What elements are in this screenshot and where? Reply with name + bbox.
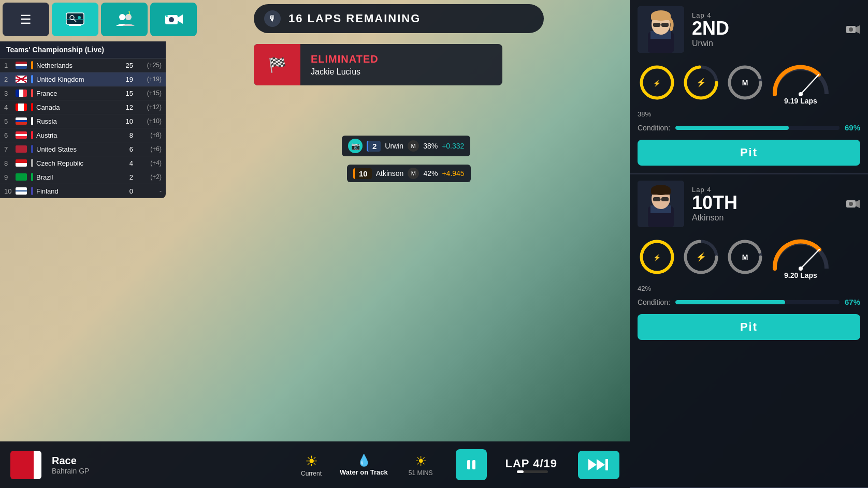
svg-point-12 [166, 15, 168, 17]
team-color-bar [31, 159, 33, 167]
weather-label: Current [301, 470, 322, 477]
championship-title: Teams' Championship (Live) [0, 41, 166, 58]
svg-marker-23 [856, 25, 860, 34]
driver2-camera-btn[interactable] [846, 181, 860, 227]
svg-point-4 [78, 16, 81, 19]
mins-label: 51 MINS [409, 469, 433, 477]
driver1-cam-icon: 📷 [348, 139, 363, 153]
team-flag-austria [16, 131, 27, 139]
team-delta-netherlands: (+25) [133, 62, 162, 69]
team-pos: 6 [4, 131, 16, 139]
driver1-laps-value: 9.19 Laps [784, 97, 817, 105]
driver2-motor-pct: 42% [423, 169, 438, 178]
driver2-number: 10 [353, 168, 372, 179]
svg-marker-62 [597, 459, 605, 470]
sun-icon2: ☀ [415, 453, 427, 469]
team-flag-finland [16, 187, 27, 195]
team-color-bar [31, 131, 33, 139]
svg-point-24 [849, 27, 853, 32]
team-pts-france: 15 [115, 90, 133, 97]
team-name-us: United States [36, 145, 115, 153]
team-flag-brazil [16, 173, 27, 181]
fast-forward-button[interactable] [578, 451, 619, 479]
driver1-speed-gauge: ⚡ [638, 63, 676, 102]
team-row-austria: 6 Austria 8 (+8) [0, 128, 166, 142]
team-name-brazil: Brazil [36, 173, 115, 181]
driver2-motor-label: 42% [638, 285, 651, 292]
team-pos: 2 [4, 76, 16, 83]
team-row-uk: 2 United Kingdom 19 (+19) [0, 72, 166, 86]
race-type: Race [52, 455, 89, 467]
driver1-energy-gauge: ⚡ [682, 63, 720, 102]
driver1-camera-btn[interactable] [846, 6, 860, 53]
svg-point-6 [119, 14, 125, 20]
driver1-pit-button[interactable]: Pit [638, 140, 860, 166]
team-color-bar [31, 173, 33, 181]
team-pts-russia: 10 [115, 117, 133, 125]
svg-rect-63 [605, 459, 608, 470]
svg-point-11 [169, 17, 174, 22]
team-name-canada: Canada [36, 103, 115, 111]
race-info: Race Bahrain GP [52, 455, 89, 475]
team-name-russia: Russia [36, 117, 115, 125]
svg-point-58 [799, 267, 803, 271]
driver2-name: Atkinson [692, 213, 838, 223]
bottom-bar: Race Bahrain GP ☀ Current 💧 Water on Tra… [0, 441, 630, 488]
team-flag-us [16, 145, 27, 153]
team-row-france: 3 France 15 (+15) [0, 86, 166, 100]
water-label: Water on Track [340, 468, 388, 476]
team-flag-france [16, 90, 27, 97]
driver2-motor-section: 42% [630, 284, 868, 295]
driver1-number: 2 [367, 141, 381, 152]
team-pos: 1 [4, 62, 16, 69]
driver1-condition-bar-bg [675, 126, 840, 130]
team-pts-canada: 12 [115, 103, 133, 111]
driver2-laps-gauge: 9.20 Laps [770, 238, 832, 279]
team-color-bar [31, 145, 33, 153]
driver1-card: Lap 4 2ND Urwin ⚡ [630, 0, 868, 174]
driver1-condition-label: Condition: [638, 124, 670, 132]
driver2-gap: +4.945 [442, 169, 464, 178]
svg-text:M: M [742, 79, 748, 87]
menu-button[interactable]: ☰ [3, 3, 49, 36]
svg-line-57 [801, 249, 819, 269]
svg-line-34 [801, 75, 819, 94]
driver2-condition-bar-fill [675, 300, 785, 304]
team-delta-russia: (+10) [133, 117, 162, 125]
driver2-tooltip-name: Atkinson [376, 169, 404, 178]
svg-marker-61 [588, 459, 597, 470]
driver2-card: Lap 4 10TH Atkinson ⚡ [630, 174, 868, 488]
team-delta-uk: (+19) [133, 76, 162, 83]
svg-rect-0 [66, 13, 84, 24]
laps-banner: 🎙 16 LAPS REMAINING [254, 4, 544, 33]
team-delta-us: (+6) [133, 145, 162, 153]
team-delta-france: (+15) [133, 90, 162, 97]
team-row-canada: 4 Canada 12 (+12) [0, 100, 166, 114]
bahrain-flag [10, 451, 41, 479]
team-flag-uk [16, 76, 27, 83]
team-delta-austria: (+8) [133, 131, 162, 139]
team-delta-canada: (+12) [133, 103, 162, 111]
driver1-position-info: Lap 4 2ND Urwin [692, 6, 838, 53]
team-pts-czech: 4 [115, 159, 133, 167]
team-button[interactable]: 1 [101, 3, 148, 36]
camera-button[interactable] [150, 3, 197, 36]
team-color-bar [31, 61, 33, 69]
team-name-czech: Czech Republic [36, 159, 115, 167]
analytics-button[interactable] [52, 3, 98, 36]
pause-button[interactable] [456, 449, 487, 480]
driver2-pit-button[interactable]: Pit [638, 314, 860, 340]
team-delta-brazil: (+2) [133, 173, 162, 181]
driver1-condition-row: Condition: 69% [630, 121, 868, 137]
svg-text:⚡: ⚡ [653, 254, 661, 261]
driver2-position: 10TH [692, 194, 838, 212]
svg-point-35 [799, 92, 803, 96]
driver2-motor-icon: M [408, 168, 419, 179]
driver1-position: 2ND [692, 19, 838, 38]
team-flag-russia [16, 117, 27, 125]
team-row-czech: 8 Czech Republic 4 (+4) [0, 156, 166, 170]
driver1-motor-label: 38% [638, 110, 651, 118]
team-color-bar [31, 117, 33, 125]
team-pos: 5 [4, 117, 16, 125]
team-color-bar [31, 89, 33, 97]
